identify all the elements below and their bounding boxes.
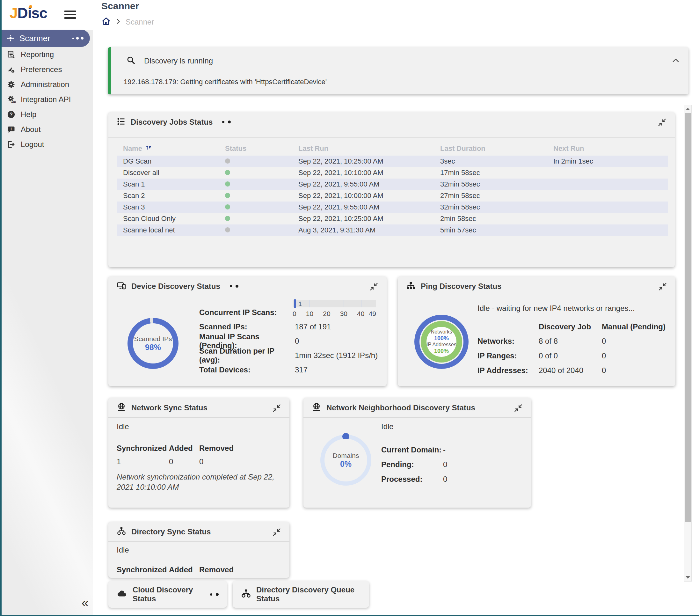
sidebar-item-preferences[interactable]: Preferences [2, 62, 93, 77]
scanner-options-dots[interactable] [72, 37, 83, 40]
sidebar-item-reporting[interactable]: Reporting [2, 47, 93, 62]
drag-handle-dots[interactable] [230, 285, 238, 288]
svg-text:?: ? [10, 112, 13, 117]
collapse-card-button[interactable] [272, 528, 281, 538]
collapse-card-button[interactable] [658, 118, 667, 128]
table-row[interactable]: Scanne local netAug 3, 2021, 9:31:30 AM5… [117, 224, 668, 236]
discovery-jobs-status-card: Discovery Jobs Status Name Status Last R… [108, 112, 675, 267]
status-dot [225, 170, 230, 175]
scrollbar-up-arrow[interactable] [684, 106, 691, 112]
sidebar-item-label: About [21, 125, 41, 134]
network-sync-status-card: Network Sync Status Idle Synchronized Ad… [108, 398, 289, 508]
drag-handle-dots[interactable] [222, 120, 231, 123]
collapse-card-button[interactable] [514, 404, 523, 414]
alert-title: Discovery is running [144, 56, 213, 65]
table-row[interactable]: Scan 3Sep 22, 2021, 9:55:00 AM32min 58se… [117, 201, 668, 213]
card-title: Discovery Jobs Status [131, 118, 213, 127]
chevron-right-icon [115, 18, 122, 26]
collapse-card-button[interactable] [369, 282, 378, 292]
cloud-icon [117, 588, 128, 600]
card-title: Ping Discovery Status [421, 282, 501, 291]
card-title: Network Sync Status [131, 403, 208, 412]
sidebar-item-label: Scanner [19, 34, 50, 43]
field-row: Manual IP Scans (Pending):0 [199, 336, 299, 346]
column-header-name[interactable]: Name [117, 144, 219, 153]
home-icon[interactable] [101, 16, 111, 27]
scrollbar-thumb[interactable] [685, 113, 691, 522]
status-text: Idle [381, 422, 394, 431]
status-text: Idle [117, 546, 129, 554]
collapse-card-button[interactable] [658, 282, 667, 292]
sidebar-item-about[interactable]: i About [2, 122, 93, 137]
directory-tree-icon [117, 526, 126, 537]
discovery-running-alert: Discovery is running 192.168.178.179: Ge… [108, 47, 688, 94]
search-icon [126, 55, 136, 66]
column-header-status[interactable]: Status [219, 144, 292, 153]
card-header: Ping Discovery Status [398, 276, 675, 296]
info-bubble-icon: i [7, 125, 16, 134]
table-row[interactable]: Scan Cloud OnlySep 22, 2021, 10:25:00 AM… [117, 213, 668, 224]
status-dot [225, 158, 230, 163]
alert-message: 192.168.178.179: Getting certificates wi… [124, 78, 327, 86]
breadcrumb: Scanner [101, 16, 154, 27]
table-row[interactable]: Scan 1Sep 22, 2021, 9:55:00 AM32min 58se… [117, 179, 668, 190]
drag-handle-dots[interactable] [210, 593, 219, 596]
slider-value: 1 [298, 300, 302, 308]
preferences-icon [7, 65, 16, 74]
scanner-icon [6, 34, 15, 43]
logo-disc: Disc [17, 5, 47, 21]
column-header: Discovery Job [539, 322, 591, 331]
column-header-next-run[interactable]: Next Run [547, 144, 668, 153]
status-dot [225, 227, 230, 233]
column-header-last-run[interactable]: Last Run [292, 144, 434, 153]
slider-track[interactable]: 1 [293, 300, 376, 307]
sidebar-collapse-button[interactable]: « [82, 596, 89, 609]
field-row: Total Devices:317 [199, 364, 307, 375]
status-dot [225, 181, 230, 186]
sidebar-item-administration[interactable]: Administration [2, 77, 93, 92]
collapse-card-button[interactable] [272, 404, 281, 414]
sidebar-item-label: Reporting [21, 50, 54, 59]
sidebar-item-integration-api[interactable]: API Integration API [2, 92, 93, 107]
sidebar-item-scanner[interactable]: Scanner [2, 30, 90, 47]
card-header: Directory Sync Status [108, 522, 289, 542]
page-title: Scanner [101, 1, 139, 12]
table-row[interactable]: DG ScanSep 22, 2021, 10:25:00 AM3secIn 2… [117, 156, 668, 167]
scrollbar-down-arrow[interactable] [684, 575, 691, 580]
field-row: Scanned IPs:187 of 191 [199, 322, 331, 332]
alert-collapse-button[interactable] [671, 56, 680, 66]
network-neighborhood-discovery-status-card: Network Neighborhood Discovery Status Do… [303, 398, 531, 508]
column-header: Manual (Pending) [602, 322, 665, 331]
report-icon [7, 50, 16, 59]
cloud-discovery-status-chip[interactable]: Cloud Discovery Status [108, 581, 227, 608]
sidebar-item-label: Administration [21, 80, 69, 89]
logo-j: J [10, 5, 17, 21]
logout-icon [7, 140, 16, 149]
jdisc-logo[interactable]: JDisc [10, 4, 47, 22]
sidebar-header: JDisc [2, 0, 93, 30]
globe-icon [117, 402, 126, 413]
column-header-last-duration[interactable]: Last Duration [434, 144, 547, 153]
vertical-scrollbar[interactable] [684, 105, 692, 581]
ping-donut: Networks 100% IP Addresses 100% [414, 315, 469, 369]
table-row[interactable]: Scan 2Sep 22, 2021, 10:00:00 AM27min 58s… [117, 190, 668, 201]
sidebar-item-logout[interactable]: Logout [2, 137, 93, 152]
card-header: Network Sync Status [108, 398, 289, 418]
slider-tick-labels: 01020304049 [293, 310, 376, 318]
jobs-table-header: Name Status Last Run Last Duration Next … [117, 142, 668, 156]
main-content: Scanner Scanner Discovery is running 192… [93, 0, 699, 615]
jobs-list-icon [117, 117, 126, 127]
chip-title: Directory Discovery Queue Status [256, 586, 361, 603]
gear-icon [7, 80, 16, 89]
sidebar-item-help[interactable]: ? Help [2, 107, 93, 122]
card-header: Network Neighborhood Discovery Status [303, 398, 531, 418]
card-header: Device Discovery Status [108, 276, 387, 296]
sidebar-nav: Scanner Reporting Preferences Adminis [2, 30, 93, 615]
concurrent-slider-handle[interactable] [294, 299, 296, 308]
jobs-table: Name Status Last Run Last Duration Next … [117, 142, 668, 236]
field-row: Concurrent IP Scans: [199, 307, 295, 318]
menu-toggle-button[interactable] [64, 11, 76, 21]
table-row[interactable]: Discover allSep 22, 2021, 10:10:00 AM17m… [117, 167, 668, 179]
card-title: Directory Sync Status [131, 527, 211, 536]
directory-discovery-queue-status-chip[interactable]: Directory Discovery Queue Status [233, 581, 369, 608]
